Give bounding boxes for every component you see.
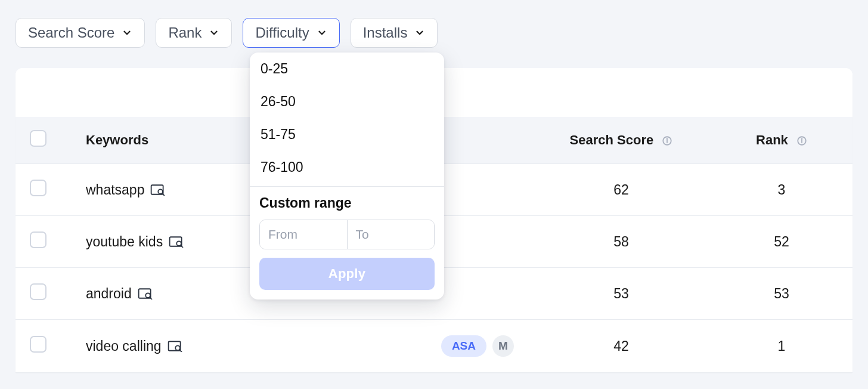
filter-label: Installs [363, 24, 408, 41]
search-score-value: 62 [532, 164, 711, 216]
svg-point-1 [667, 138, 668, 139]
custom-range-inputs [259, 220, 435, 249]
filters-row: Search Score Rank Difficulty Installs [16, 18, 852, 48]
filter-label: Search Score [28, 24, 114, 41]
search-score-value: 58 [532, 216, 711, 268]
keyword-preview-icon[interactable] [150, 184, 166, 196]
col-checkbox [16, 117, 73, 164]
apply-button[interactable]: Apply [259, 258, 435, 290]
col-header-label: Rank [756, 132, 788, 147]
range-option-76-100[interactable]: 76-100 [250, 151, 444, 184]
search-score-value: 42 [532, 320, 711, 373]
svg-line-15 [179, 350, 182, 352]
filter-label: Rank [168, 24, 202, 41]
keyword-text: youtube kids [86, 234, 163, 250]
row-checkbox[interactable] [30, 336, 46, 353]
asa-badge[interactable]: ASA [441, 335, 486, 357]
col-header-label: Keywords [73, 132, 148, 147]
rank-value: 1 [711, 320, 852, 373]
svg-point-3 [802, 138, 802, 139]
col-search-score[interactable]: Search Score [532, 117, 711, 164]
filter-difficulty[interactable]: Difficulty [243, 18, 339, 48]
tags-cell: ASAM [347, 335, 532, 357]
keyword-preview-icon[interactable] [138, 288, 153, 300]
filter-label: Difficulty [255, 24, 309, 41]
info-icon[interactable] [796, 135, 807, 146]
filter-rank[interactable]: Rank [156, 18, 232, 48]
keyword-preview-icon[interactable] [168, 340, 183, 352]
col-rank[interactable]: Rank [711, 117, 852, 164]
row-checkbox[interactable] [30, 283, 46, 300]
select-all-checkbox[interactable] [30, 130, 46, 147]
keyword-cell[interactable]: video calling [73, 338, 347, 354]
custom-range-label: Custom range [259, 195, 435, 211]
svg-line-9 [181, 245, 183, 248]
range-option-0-25[interactable]: 0-25 [250, 53, 444, 85]
filter-installs[interactable]: Installs [351, 18, 438, 48]
divider [250, 186, 444, 187]
chevron-down-icon [122, 27, 132, 38]
difficulty-dropdown: 0-25 26-50 51-75 76-100 Custom range App… [250, 53, 444, 300]
keyword-text: android [86, 286, 132, 302]
keyword-text: whatsapp [86, 182, 144, 198]
rank-value: 3 [711, 164, 852, 216]
search-score-value: 53 [532, 268, 711, 320]
svg-line-12 [150, 297, 152, 300]
filter-search-score[interactable]: Search Score [16, 18, 145, 48]
info-icon[interactable] [662, 135, 672, 146]
svg-line-6 [162, 193, 165, 196]
chevron-down-icon [209, 27, 219, 38]
keyword-text: video calling [86, 338, 162, 354]
row-checkbox[interactable] [30, 231, 46, 248]
range-option-51-75[interactable]: 51-75 [250, 118, 444, 151]
chevron-down-icon [414, 27, 425, 38]
chevron-down-icon [317, 27, 327, 38]
keyword-preview-icon[interactable] [169, 236, 184, 248]
rank-value: 52 [711, 216, 852, 268]
range-from-input[interactable] [260, 220, 348, 249]
row-checkbox[interactable] [30, 180, 46, 196]
m-badge[interactable]: M [492, 335, 514, 357]
col-header-label: Search Score [570, 132, 654, 147]
table-row: video callingASAM421 [16, 320, 852, 373]
rank-value: 53 [711, 268, 852, 320]
range-to-input[interactable] [348, 220, 435, 249]
range-option-26-50[interactable]: 26-50 [250, 85, 444, 118]
